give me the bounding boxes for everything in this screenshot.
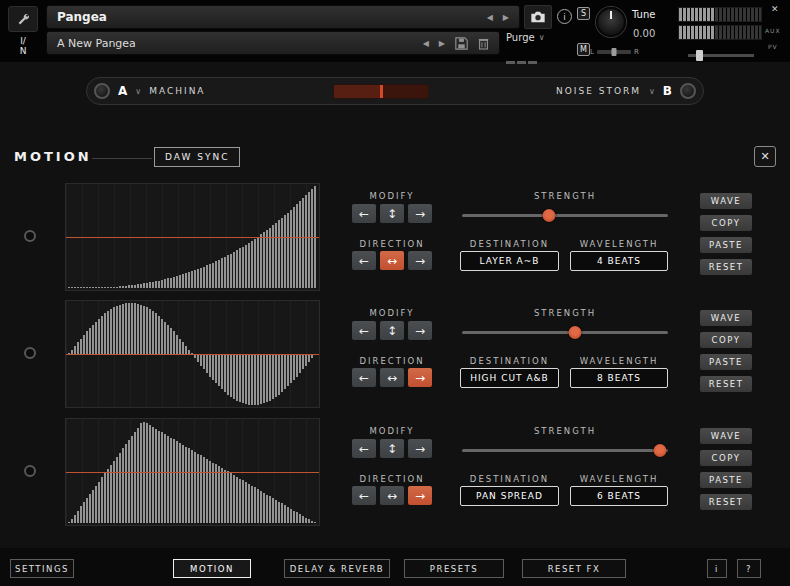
- modify-shift-right-button[interactable]: →: [408, 439, 432, 458]
- pan-slider[interactable]: [597, 50, 631, 54]
- reset-button[interactable]: RESET: [700, 259, 752, 275]
- direction-left-button[interactable]: ←: [352, 251, 376, 270]
- trash-icon[interactable]: [478, 37, 489, 50]
- modify-flip-vertical-button[interactable]: ↕: [380, 204, 404, 223]
- motion-row-enable-radio[interactable]: [24, 230, 36, 242]
- chevron-down-icon[interactable]: ∨: [649, 87, 655, 96]
- presets-tab-button[interactable]: PRESETS: [404, 559, 504, 578]
- layer-a-name[interactable]: MACHINA: [149, 86, 205, 96]
- strength-slider[interactable]: [462, 444, 668, 458]
- settings-tab-button[interactable]: SETTINGS: [10, 559, 74, 578]
- modify-shift-left-button[interactable]: ←: [352, 204, 376, 223]
- info-footer-button[interactable]: i: [707, 559, 727, 578]
- copy-button[interactable]: COPY: [700, 215, 752, 231]
- direction-right-button[interactable]: →: [408, 368, 432, 387]
- reset-fx-button[interactable]: RESET FX: [522, 559, 626, 578]
- direction-pingpong-button[interactable]: ↔: [380, 368, 404, 387]
- destination-select[interactable]: HIGH CUT A&B: [460, 368, 559, 388]
- wave-button[interactable]: WAVE: [700, 310, 752, 326]
- wavelength-select[interactable]: 8 BEATS: [570, 368, 668, 388]
- divider-line: [92, 158, 152, 159]
- direction-pingpong-button[interactable]: ↔: [380, 486, 404, 505]
- modify-shift-right-button[interactable]: →: [408, 321, 432, 340]
- prev-instrument-button[interactable]: ◀: [487, 13, 493, 22]
- wave-button[interactable]: WAVE: [700, 193, 752, 209]
- save-icon[interactable]: [455, 37, 468, 50]
- paste-button[interactable]: PASTE: [700, 472, 752, 488]
- snapshot-camera-button[interactable]: [524, 5, 552, 29]
- chevron-down-icon[interactable]: ∨: [135, 87, 141, 96]
- paste-button[interactable]: PASTE: [700, 354, 752, 370]
- info-button[interactable]: i: [557, 9, 572, 24]
- close-motion-button[interactable]: ✕: [754, 146, 776, 167]
- preset-nav: ◀ ▶: [423, 37, 489, 50]
- crossfade-marker[interactable]: [380, 85, 383, 98]
- modify-flip-vertical-button[interactable]: ↕: [380, 321, 404, 340]
- reset-button[interactable]: RESET: [700, 494, 752, 510]
- purge-menu[interactable]: Purge ∨: [506, 32, 545, 68]
- volume-fader[interactable]: [688, 50, 754, 61]
- modify-shift-left-button[interactable]: ←: [352, 439, 376, 458]
- modify-shift-left-button[interactable]: ←: [352, 321, 376, 340]
- delay-reverb-tab-button[interactable]: DELAY & REVERB: [284, 559, 390, 578]
- destination-select[interactable]: PAN SPREAD: [460, 486, 559, 506]
- strength-slider-track[interactable]: [462, 331, 668, 334]
- kontakt-header: I/ N Pangea ◀ ▶ i S M Tune 0.00 L R: [0, 0, 790, 62]
- modify-shift-right-button[interactable]: →: [408, 204, 432, 223]
- instrument-title: Pangea: [47, 10, 107, 24]
- pan-control[interactable]: L R: [590, 48, 639, 56]
- daw-sync-button[interactable]: DAW SYNC: [154, 147, 240, 167]
- strength-slider-track[interactable]: [462, 449, 668, 452]
- pan-right-label: R: [634, 48, 639, 56]
- pv-label[interactable]: PV: [768, 43, 778, 50]
- volume-fader-handle[interactable]: [696, 50, 703, 61]
- strength-slider-thumb[interactable]: [569, 326, 582, 339]
- chevron-down-icon: ∨: [539, 33, 545, 42]
- strength-slider[interactable]: [462, 326, 668, 340]
- preset-bar[interactable]: A New Pangea ◀ ▶: [46, 31, 500, 55]
- motion-row-enable-radio[interactable]: [24, 465, 36, 477]
- direction-right-button[interactable]: →: [408, 486, 432, 505]
- wrench-icon: [16, 12, 30, 26]
- strength-slider-thumb[interactable]: [653, 444, 666, 457]
- wavelength-select[interactable]: 6 BEATS: [570, 486, 668, 506]
- direction-right-button[interactable]: →: [408, 251, 432, 270]
- aux-label[interactable]: AUX: [765, 27, 781, 34]
- direction-buttons: ← ↔ →: [352, 486, 432, 505]
- motion-row-enable-radio[interactable]: [24, 347, 36, 359]
- ab-crossfade-slider[interactable]: [333, 84, 429, 99]
- direction-buttons: ← ↔ →: [352, 251, 432, 270]
- copy-button[interactable]: COPY: [700, 332, 752, 348]
- motion-tab-button[interactable]: MOTION: [173, 559, 251, 578]
- copy-button[interactable]: COPY: [700, 450, 752, 466]
- wave-button[interactable]: WAVE: [700, 428, 752, 444]
- direction-pingpong-button[interactable]: ↔: [380, 251, 404, 270]
- paste-button[interactable]: PASTE: [700, 237, 752, 253]
- close-instrument-button[interactable]: ✕: [771, 4, 779, 14]
- modify-flip-vertical-button[interactable]: ↕: [380, 439, 404, 458]
- next-preset-button[interactable]: ▶: [439, 39, 445, 48]
- mute-button[interactable]: M: [577, 43, 590, 56]
- waveform-display[interactable]: [65, 183, 320, 291]
- help-footer-button[interactable]: ?: [737, 559, 761, 578]
- instrument-title-bar[interactable]: Pangea ◀ ▶: [46, 5, 520, 29]
- reset-button[interactable]: RESET: [700, 376, 752, 392]
- wrench-button[interactable]: [8, 6, 38, 32]
- layer-a-knob[interactable]: [94, 83, 110, 99]
- next-instrument-button[interactable]: ▶: [503, 13, 509, 22]
- wavelength-select[interactable]: 4 BEATS: [570, 251, 668, 271]
- tune-knob[interactable]: [596, 7, 626, 37]
- prev-preset-button[interactable]: ◀: [423, 39, 429, 48]
- direction-left-button[interactable]: ←: [352, 368, 376, 387]
- waveform-display[interactable]: [65, 418, 320, 526]
- strength-slider-thumb[interactable]: [542, 209, 555, 222]
- layer-b-name[interactable]: NOISE STORM: [556, 86, 641, 96]
- solo-button[interactable]: S: [577, 7, 590, 20]
- strength-slider[interactable]: [462, 209, 668, 223]
- destination-select[interactable]: LAYER A~B: [460, 251, 559, 271]
- layer-b-knob[interactable]: [680, 83, 696, 99]
- waveform-display[interactable]: [65, 300, 320, 408]
- pan-slider-handle[interactable]: [611, 48, 616, 56]
- direction-left-button[interactable]: ←: [352, 486, 376, 505]
- strength-slider-track[interactable]: [462, 214, 668, 217]
